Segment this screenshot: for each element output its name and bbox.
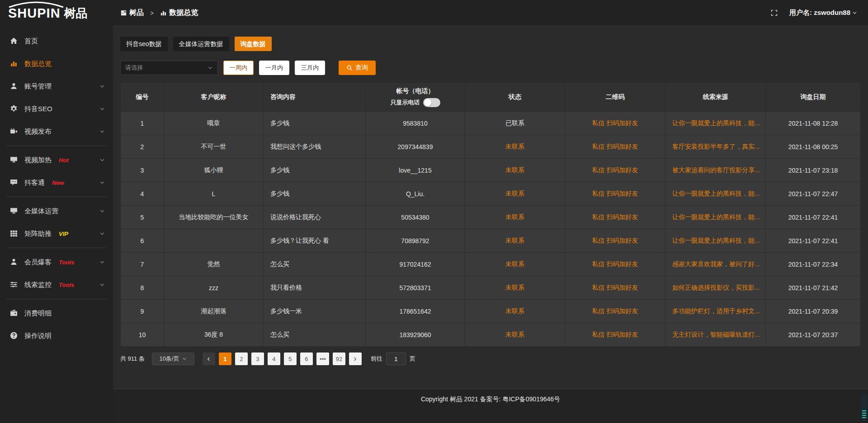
page-button-3[interactable]: 3 <box>251 352 264 365</box>
cell-source[interactable]: 无主灯设计，智能磁吸轨道灯... <box>665 323 766 347</box>
chevron-down-icon <box>99 157 105 163</box>
cell-source[interactable]: 被大家追着问的客厅投影分享... <box>665 159 766 182</box>
bar-chart-icon <box>10 60 18 68</box>
period-button-month[interactable]: 一月内 <box>259 61 289 75</box>
cell-qrcode[interactable]: 私信 扫码加好友 <box>565 229 665 253</box>
sidebar-item-video-heat[interactable]: 视频加热Hot <box>0 149 113 171</box>
sidebar-item-home[interactable]: 首页 <box>0 30 113 52</box>
screen-icon <box>10 156 18 164</box>
period-button-week[interactable]: 一周内 <box>223 61 254 75</box>
page-button-1[interactable]: 1 <box>219 352 231 365</box>
select-placeholder: 请选择 <box>125 64 143 72</box>
tab-inquiry-data[interactable]: 询盘数据 <box>235 37 272 51</box>
cell-id: 8 <box>121 276 164 300</box>
cell-qrcode[interactable]: 私信 扫码加好友 <box>565 323 665 347</box>
menu-divider <box>6 248 107 248</box>
sidebar-item-clue-monitor[interactable]: 线索监控Tools <box>0 273 113 296</box>
cell-source[interactable]: 让你一眼就爱上的黑科技，能... <box>665 206 766 229</box>
cell-qrcode[interactable]: 私信 扫码加好友 <box>565 135 665 159</box>
cell-source[interactable]: 感谢大家喜欢我家，被问了好... <box>665 253 766 276</box>
goto-page-input[interactable] <box>386 352 406 365</box>
cell-source[interactable]: 让你一眼就爱上的黑科技，能... <box>665 229 766 253</box>
filter-bar: 请选择 一周内 一月内 三月内 查询 <box>120 61 861 75</box>
table-header: 编号 客户昵称 咨询内容 帐号（电话） 只显示电话 状态 二维码 线索来源 询盘… <box>121 83 861 112</box>
table-row: 6多少钱？让我死心 看70898792未联系私信 扫码加好友让你一眼就爱上的黑科… <box>121 229 861 253</box>
cell-nickname: zzz <box>164 276 264 300</box>
sidebar-item-label: 线索监控 <box>24 281 52 289</box>
user-menu[interactable]: 用户名: zswodun88 <box>789 9 857 17</box>
sidebar-item-label: 首页 <box>24 37 38 46</box>
phone-only-toggle[interactable] <box>423 98 440 107</box>
cell-nickname: 不可一世 <box>164 135 264 159</box>
cell-account: 917024162 <box>366 253 465 276</box>
page-button-ellipsis[interactable]: ••• <box>316 352 329 365</box>
page-size-select[interactable]: 10条/页 <box>152 352 194 365</box>
breadcrumb-item-home[interactable]: 树品 <box>129 8 144 18</box>
sidebar-item-video-publish[interactable]: 视频发布 <box>0 120 113 143</box>
topbar: 树品 > 数据总览 用户名: zswodun88 <box>113 0 868 26</box>
sidebar-item-data-overview[interactable]: 数据总览 <box>0 52 113 75</box>
cell-qrcode[interactable]: 私信 扫码加好友 <box>565 112 665 135</box>
sidebar-item-label: 账号管理 <box>24 82 52 91</box>
inquiry-table: 编号 客户昵称 咨询内容 帐号（电话） 只显示电话 状态 二维码 线索来源 询盘… <box>120 82 861 347</box>
page-button-2[interactable]: 2 <box>235 352 248 365</box>
home-icon <box>10 37 18 45</box>
cell-qrcode[interactable]: 私信 扫码加好友 <box>565 253 665 276</box>
chevron-down-icon <box>99 231 105 236</box>
prev-page-button[interactable] <box>203 352 215 365</box>
cell-source[interactable]: 让你一眼就爱上的黑科技，能... <box>665 182 766 206</box>
page-button-92[interactable]: 92 <box>333 352 345 365</box>
cell-source[interactable]: 让你一眼就爱上的黑科技，能... <box>665 112 766 135</box>
page-button-5[interactable]: 5 <box>284 352 297 365</box>
search-button[interactable]: 查询 <box>339 61 376 75</box>
cell-source[interactable]: 客厅安装投影半年多了，真实... <box>665 135 766 159</box>
user-icon <box>10 82 18 90</box>
floating-widget[interactable] <box>861 394 867 420</box>
sidebar-item-douketong[interactable]: 抖客通New <box>0 171 113 194</box>
cell-status: 已联系 <box>465 112 565 135</box>
cell-id: 2 <box>121 135 164 159</box>
cell-qrcode[interactable]: 私信 扫码加好友 <box>565 206 665 229</box>
cell-qrcode[interactable]: 私信 扫码加好友 <box>565 300 665 323</box>
account-select[interactable]: 请选择 <box>120 61 218 75</box>
breadcrumb-separator: > <box>150 9 154 17</box>
sidebar-item-label: 消费明细 <box>24 309 52 318</box>
sidebar-item-help[interactable]: 操作说明 <box>0 324 113 347</box>
cell-content: 怎么买 <box>264 323 366 347</box>
cell-content: 多少钱 <box>264 159 366 182</box>
period-button-quarter[interactable]: 三月内 <box>295 61 325 75</box>
cell-nickname: 当地比较能吃的一位美女 <box>164 206 264 229</box>
sidebar-item-consumption[interactable]: 消费明细 <box>0 302 113 324</box>
cell-qrcode[interactable]: 私信 扫码加好友 <box>565 276 665 300</box>
tab-media-operation-data[interactable]: 全媒体运营数据 <box>173 37 229 51</box>
cell-source[interactable]: 多功能护栏灯，适用于乡村文... <box>665 300 766 323</box>
page-button-6[interactable]: 6 <box>300 352 313 365</box>
cell-qrcode[interactable]: 私信 扫码加好友 <box>565 182 665 206</box>
fullscreen-icon[interactable] <box>771 9 778 16</box>
sidebar-item-label: 会员爆客 <box>24 258 52 267</box>
cell-source[interactable]: 如何正确选择投影仪，买投影... <box>665 276 766 300</box>
sidebar-item-media-operation[interactable]: 全媒体运营 <box>0 200 113 222</box>
cell-account: 183929060 <box>366 323 465 347</box>
chevron-down-icon <box>99 106 105 112</box>
sidebar-item-account-manage[interactable]: 账号管理 <box>0 75 113 98</box>
sidebar-item-matrix-boost[interactable]: 矩阵助推VIP <box>0 222 113 245</box>
footer: Copyright 树品 2021 备案号: 粤ICP备09019646号 <box>113 389 868 423</box>
cell-qrcode[interactable]: 私信 扫码加好友 <box>565 159 665 182</box>
sidebar-item-label: 数据总览 <box>24 60 52 68</box>
person-icon <box>10 258 18 266</box>
brand-logo-en: SHUPIN <box>8 7 61 20</box>
sidebar-item-member-burst[interactable]: 会员爆客Tools <box>0 251 113 273</box>
cell-status: 未联系 <box>465 182 565 206</box>
cell-nickname: 哦章 <box>164 112 264 135</box>
cell-id: 7 <box>121 253 164 276</box>
sidebar-item-douyin-seo[interactable]: 抖音SEO <box>0 98 113 120</box>
sidebar-item-label: 抖音SEO <box>24 105 52 113</box>
next-page-button[interactable] <box>349 352 362 365</box>
cell-nickname: 觉然 <box>164 253 264 276</box>
main-content: 抖音seo数据 全媒体运营数据 询盘数据 请选择 一周内 一月内 三月内 查询 <box>113 27 868 423</box>
page-button-4[interactable]: 4 <box>268 352 280 365</box>
tab-douyin-seo-data[interactable]: 抖音seo数据 <box>120 37 168 51</box>
cell-nickname: L <box>164 182 264 206</box>
table-row: 8zzz我只看价格572803371未联系私信 扫码加好友如何正确选择投影仪，买… <box>121 276 861 300</box>
